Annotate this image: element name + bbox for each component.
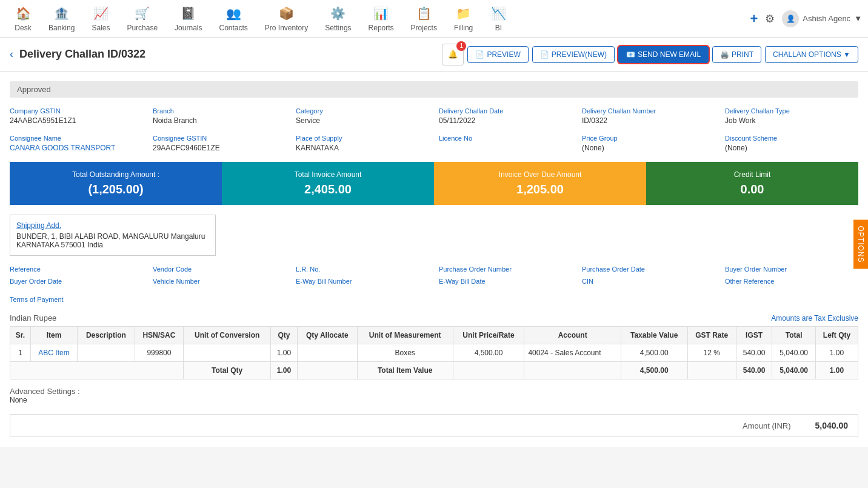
nav-item-bi[interactable]: 📉 BI <box>481 0 515 37</box>
nav-item-reports[interactable]: 📊 Reports <box>360 0 402 37</box>
row-unit-of-conversion <box>184 344 271 362</box>
delivery-challan-date-field: Delivery Challan Date 05/11/2022 <box>439 107 572 125</box>
col-sr: Sr. <box>10 327 31 344</box>
delivery-challan-type-label: Delivery Challan Type <box>725 107 858 115</box>
delivery-challan-date-label: Delivery Challan Date <box>439 107 572 115</box>
challan-options-button[interactable]: CHALLAN OPTIONS ▼ <box>765 46 858 63</box>
page-title: Delivery Challan ID/0322 <box>19 48 436 61</box>
total-qty-value: 1.00 <box>271 362 298 379</box>
top-navigation: 🏠 Desk 🏦 Banking 📈 Sales 🛒 Purchase 📓 Jo… <box>0 0 868 38</box>
notification-badge: 1 <box>456 41 466 51</box>
bell-icon: 🔔 <box>448 50 458 59</box>
total-outstanding-value: (1,205.00) <box>19 182 212 196</box>
nav-item-desk[interactable]: 🏠 Desk <box>6 0 40 37</box>
nav-dropdown-icon[interactable]: ▼ <box>854 14 862 23</box>
company-gstin-field: Company GSTIN 24AABCA5951E1Z1 <box>10 107 143 125</box>
extra-fields-row1: Reference Vendor Code L.R. No. Purchase … <box>10 266 858 273</box>
currency-row: Indian Rupee Amounts are Tax Exclusive <box>10 313 858 323</box>
print-button[interactable]: 🖨️ PRINT <box>712 46 761 63</box>
branch-label: Branch <box>153 107 286 115</box>
consignee-gstin-value: 29AACFC9460E1ZE <box>153 144 220 152</box>
row-hsn-sac: 999800 <box>135 344 183 362</box>
row-sr: 1 <box>10 344 31 362</box>
nav-user[interactable]: 👤 Ashish Agenc ▼ <box>782 10 862 27</box>
col-gst-rate: GST Rate <box>687 327 736 344</box>
col-igst: IGST <box>736 327 772 344</box>
items-table: Sr. Item Description HSN/SAC Unit of Con… <box>10 326 858 379</box>
main-body: Approved Company GSTIN 24AABCA5951E1Z1 B… <box>0 72 868 447</box>
options-tab[interactable]: OPTIONS <box>853 219 868 269</box>
eway-bill-date-label: E-Way Bill Date <box>439 278 572 285</box>
terms-of-payment-label: Terms of Payment <box>10 296 64 303</box>
shipping-address-link[interactable]: Shipping Add. <box>16 221 209 230</box>
total-left-qty: 1.00 <box>815 362 858 379</box>
col-qty: Qty <box>271 327 298 344</box>
status-label: Approved <box>17 85 51 94</box>
amount-footer: Amount (INR) 5,040.00 <box>10 414 858 437</box>
row-gst-rate: 12 % <box>687 344 736 362</box>
nav-item-purchase[interactable]: 🛒 Purchase <box>118 0 166 37</box>
purchase-order-number-label: Purchase Order Number <box>439 266 572 273</box>
nav-add-button[interactable]: + <box>750 11 758 27</box>
nav-item-settings[interactable]: ⚙️ Settings <box>316 0 359 37</box>
row-igst: 540.00 <box>736 344 772 362</box>
nav-gear-icon[interactable]: ⚙ <box>765 12 775 25</box>
delivery-challan-date-value: 05/11/2022 <box>439 116 475 125</box>
nav-item-filling[interactable]: 📁 Filling <box>446 0 481 37</box>
row-total: 5,040.00 <box>772 344 816 362</box>
consignee-name-field: Consignee Name CANARA GOODS TRANSPORT <box>10 135 143 152</box>
col-item: Item <box>30 327 77 344</box>
delivery-challan-number-label: Delivery Challan Number <box>582 107 715 115</box>
advanced-settings-section: Advanced Settings : None <box>10 387 858 404</box>
total-row-label <box>10 362 184 379</box>
nav-item-banking[interactable]: 🏦 Banking <box>40 0 83 37</box>
other-reference-field: Other Reference <box>725 278 858 285</box>
nav-item-pro-inventory[interactable]: 📦 Pro Inventory <box>256 0 316 37</box>
consignee-name-value[interactable]: CANARA GOODS TRANSPORT <box>10 144 115 152</box>
avatar: 👤 <box>782 10 799 27</box>
terms-of-payment-field: Terms of Payment <box>10 295 858 304</box>
price-group-label: Price Group <box>582 135 715 142</box>
delivery-challan-type-field: Delivery Challan Type Job Work <box>725 107 858 125</box>
row-item[interactable]: ABC Item <box>30 344 77 362</box>
invoice-overdue-label: Invoice Over Due Amount <box>444 170 636 179</box>
category-value: Service <box>296 116 320 125</box>
banking-icon: 🏦 <box>53 5 70 22</box>
page-toolbar: ‹ Delivery Challan ID/0322 🔔 1 📄 PREVIEW… <box>0 38 868 72</box>
discount-scheme-field: Discount Scheme (None) <box>725 135 858 152</box>
pro-inventory-icon: 📦 <box>278 5 295 22</box>
discount-scheme-value: (None) <box>725 144 747 152</box>
row-unit-of-measurement: Boxes <box>357 344 453 362</box>
send-email-button[interactable]: 📧 SEND NEW EMAIL <box>618 46 709 63</box>
back-button[interactable]: ‹ <box>10 48 13 61</box>
consignee-gstin-field: Consignee GSTIN 29AACFC9460E1ZE <box>153 135 286 152</box>
total-outstanding-label: Total Outstanding Amount : <box>19 170 212 179</box>
preview-button[interactable]: 📄 PREVIEW <box>467 46 528 63</box>
licence-no-field: Licence No <box>439 135 572 152</box>
nav-label-journals: Journals <box>175 24 202 32</box>
desk-icon: 🏠 <box>15 5 32 22</box>
nav-username: Ashish Agenc <box>803 14 850 23</box>
preview-new-button[interactable]: 📄 PREVIEW(NEW) <box>532 46 615 63</box>
nav-label-bi: BI <box>495 24 502 32</box>
nav-item-journals[interactable]: 📓 Journals <box>166 0 210 37</box>
nav-item-projects[interactable]: 📋 Projects <box>402 0 446 37</box>
consignee-name-label: Consignee Name <box>10 135 143 142</box>
eway-bill-number-label: E-Way Bill Number <box>296 278 429 285</box>
info-grid-row2: Consignee Name CANARA GOODS TRANSPORT Co… <box>10 135 858 152</box>
nav-item-sales[interactable]: 📈 Sales <box>83 0 118 37</box>
col-total: Total <box>772 327 816 344</box>
place-of-supply-label: Place of Supply <box>296 135 429 142</box>
nav-right: + ⚙ 👤 Ashish Agenc ▼ <box>750 10 862 27</box>
total-outstanding-card: Total Outstanding Amount : (1,205.00) <box>10 162 222 205</box>
nav-item-contacts[interactable]: 👥 Contacts <box>210 0 256 37</box>
tax-note: Amounts are Tax Exclusive <box>771 314 858 323</box>
licence-no-label: Licence No <box>439 135 572 142</box>
purchase-order-date-field: Purchase Order Date <box>582 266 715 273</box>
notification-button[interactable]: 🔔 1 <box>442 44 464 65</box>
purchase-order-date-label: Purchase Order Date <box>582 266 715 273</box>
price-group-field: Price Group (None) <box>582 135 715 152</box>
nav-label-settings: Settings <box>325 24 351 32</box>
delivery-challan-type-value: Job Work <box>725 116 755 125</box>
lr-no-field: L.R. No. <box>296 266 429 273</box>
